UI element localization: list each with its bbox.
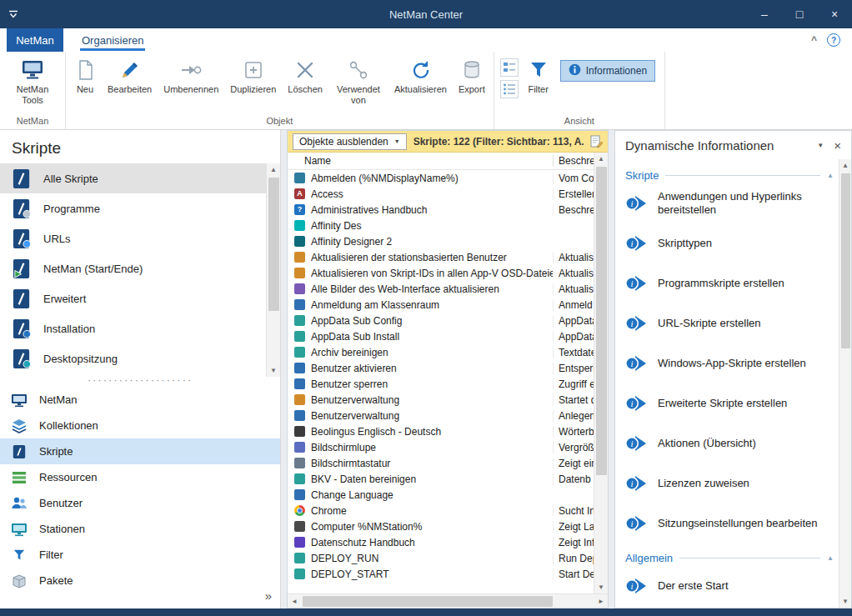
filter-edit-icon[interactable] [590,135,603,148]
duplizieren-button[interactable]: Duplizieren [224,53,282,97]
script-row-benutzer-aktivieren[interactable]: Benutzer aktivierenEntsperr [288,360,594,376]
help-icon[interactable]: ? [827,33,840,47]
script-row-administratives-handbuch[interactable]: ?Administratives HandbuchBeschrei [288,202,594,218]
script-row-bkv-daten-bereinigen[interactable]: BKV - Daten bereinigenDatenb [288,471,594,487]
sidebar-category-netman-start-ende[interactable]: NetMan (Start/Ende) [0,253,266,283]
scroll-left-icon[interactable]: ◄ [288,598,301,605]
close-button[interactable]: × [817,0,852,28]
sidebar-splitter[interactable] [0,377,280,387]
script-row-access[interactable]: AAccessErstellen [288,186,594,202]
nav-filter[interactable]: Filter [0,542,280,568]
scrollbar-thumb[interactable] [596,167,607,475]
scroll-down-icon[interactable]: ▼ [594,581,608,593]
export-button[interactable]: Export [453,53,491,97]
sidebar-category-erweitert[interactable]: Erweitert [0,283,266,313]
script-row-anmeldung-am-klassenraum[interactable]: Anmeldung am KlassenraumAnmeld [288,297,594,313]
scroll-up-icon[interactable]: ▲ [594,153,608,165]
view-list-icon[interactable] [500,80,519,98]
info-section-skripte[interactable]: Skripte▲ [625,169,834,182]
nav-stationen[interactable]: Stationen [0,516,280,542]
sidebar-category-desktopsitzung[interactable]: Desktopsitzung [0,343,266,373]
sidebar-category-urls[interactable]: URLs [0,223,266,253]
scrollbar-thumb[interactable] [303,596,553,607]
script-row-alle-bilder-des-web-interface-aktualisieren[interactable]: Alle Bilder des Web-Interface aktualisie… [288,281,594,297]
script-row-chrome[interactable]: ChromeSucht In [288,503,594,518]
nav-netman[interactable]: NetMan [0,387,280,413]
expand-nav-button[interactable]: » [265,589,272,602]
hide-objects-dropdown[interactable]: Objekte ausblenden ▼ [293,133,407,150]
tab-netman[interactable]: NetMan [7,28,63,52]
categories-scrollbar[interactable]: ▲ ▼ [266,163,280,377]
nav-skripte[interactable]: Skripte [0,438,280,464]
column-header-beschreibung[interactable]: Beschrei [553,155,594,167]
info-topic-lizenzen-zuweisen[interactable]: iLizenzen zuweisen [625,463,835,503]
minimize-button[interactable]: – [747,0,782,28]
nav-ressourcen[interactable]: Ressourcen [0,464,280,490]
script-row-bildschirmtastatur[interactable]: BildschirmtastaturZeigt ein [288,455,594,471]
panel-close-icon[interactable]: × [834,138,841,153]
info-topic-url-skripte-erstellen[interactable]: iURL-Skripte erstellen [625,303,835,343]
sidebar-category-alle-skripte[interactable]: Alle Skripte [0,163,266,193]
script-row-benutzerverwaltung[interactable]: BenutzerverwaltungStartet d [288,392,594,408]
script-row-affinity-des[interactable]: Affinity Des [288,218,594,233]
script-row-bildschirmlupe[interactable]: BildschirmlupeVergröß [288,439,594,455]
filter-button[interactable]: Filter [522,53,555,97]
verwendet-von-button[interactable]: Verwendet von [328,53,388,107]
neu-button[interactable]: Neu [68,53,102,97]
sidebar-category-programme[interactable]: Programme [0,193,266,223]
info-section-allgemein[interactable]: Allgemein▲ [625,552,834,564]
script-row-benutzer-sperren[interactable]: Benutzer sperrenZugriff e [288,376,594,392]
info-topic-anwendungen-und-hyperlinks-bereitstellen[interactable]: iAnwendungen und Hyperlinks bereitstelle… [625,183,835,223]
column-header-name[interactable]: Name [288,155,553,167]
list-vertical-scrollbar[interactable]: ▲ ▼ [594,153,608,593]
scroll-down-icon[interactable]: ▼ [839,595,851,608]
loeschen-button[interactable]: Löschen [282,53,328,97]
scroll-down-icon[interactable]: ▼ [267,364,280,377]
script-row-computer-nmstation[interactable]: Computer %NMStation%Zeigt La [288,518,594,534]
tab-organisieren[interactable]: Organisieren [73,28,152,52]
info-topic-skripttypen[interactable]: iSkripttypen [625,223,835,263]
scroll-up-icon[interactable]: ▲ [267,163,280,176]
scrollbar-thumb[interactable] [268,178,279,311]
collapse-section-icon[interactable]: ▲ [827,172,834,179]
nav-kollektionen[interactable]: Kollektionen [0,413,280,438]
script-row-aktualisieren-der-stationsbasierten-benutzer[interactable]: Aktualisieren der stationsbasierten Benu… [288,249,594,265]
script-row-abmelden-nmdisplayname[interactable]: Abmelden (%NMDisplayName%)Vom Co [288,170,594,186]
script-row-aktualisieren-von-skript-ids-in-allen-app-v-osd-dateien[interactable]: Aktualisieren von Skript-IDs in allen Ap… [288,265,594,281]
scrollbar-thumb[interactable] [841,173,850,348]
collapse-section-icon[interactable]: ▲ [827,554,834,562]
info-topic-aktionen-übersicht[interactable]: iAktionen (Übersicht) [625,423,835,463]
sidebar-category-installation[interactable]: Installation [0,313,266,343]
script-row-deploy-run[interactable]: DEPLOY_RUNRun Dep [288,550,594,566]
nav-benutzer[interactable]: Benutzer [0,490,280,516]
script-row-affinity-designer-2[interactable]: Affinity Designer 2 [288,233,594,249]
informationen-toggle[interactable]: Informationen [560,60,655,82]
view-grid-icon[interactable] [500,58,519,77]
script-row-change-language[interactable]: Change Language [288,487,594,503]
aktualisieren-button[interactable]: Aktualisieren [388,53,453,97]
script-row-benutzerverwaltung[interactable]: BenutzerverwaltungAnlegen [288,408,594,423]
script-row-datenschutz-handbuch[interactable]: Datenschutz HandbuchZeigt Inf [288,534,594,550]
maximize-button[interactable]: □ [782,0,817,28]
bearbeiten-button[interactable]: Bearbeiten [102,53,158,97]
info-topic-erweiterte-skripte-erstellen[interactable]: iErweiterte Skripte erstellen [625,383,835,423]
script-row-archiv-bereinigen[interactable]: Archiv bereinigenTextdate [288,344,594,360]
info-topic-sitzungseinstellungen-bearbeiten[interactable]: iSitzungseinstellungen bearbeiten [625,503,835,543]
umbenennen-button[interactable]: Umbenennen [158,53,224,97]
script-row-appdata-sub-config[interactable]: AppData Sub ConfigAppData [288,313,594,328]
quick-access-toolbar-icon[interactable] [8,10,18,19]
info-topic-der-erste-start[interactable]: iDer erste Start [625,566,835,606]
info-scrollbar[interactable]: ▲ ▼ [839,159,851,608]
info-topic-windows-app-skripte-erstellen[interactable]: iWindows-App-Skripte erstellen [625,343,835,383]
script-row-beolingus-englisch-deutsch[interactable]: Beolingus Englisch - DeutschWörterb [288,423,594,439]
netman-tools-button[interactable]: NetMan Tools [3,53,63,107]
collapse-ribbon-icon[interactable]: ^ [811,34,817,46]
scroll-right-icon[interactable]: ► [594,598,608,605]
script-row-deploy-start[interactable]: DEPLOY_STARTStart Dep [288,566,594,582]
scroll-up-icon[interactable]: ▲ [839,159,851,172]
list-horizontal-scrollbar[interactable]: ◄ ► [288,593,608,608]
panel-pin-icon[interactable]: ▼ [817,142,824,149]
script-row-appdata-sub-install[interactable]: AppData Sub InstallAppData [288,328,594,344]
nav-pakete[interactable]: Pakete [0,568,280,593]
info-topic-programmskripte-erstellen[interactable]: iProgrammskripte erstellen [625,263,835,303]
